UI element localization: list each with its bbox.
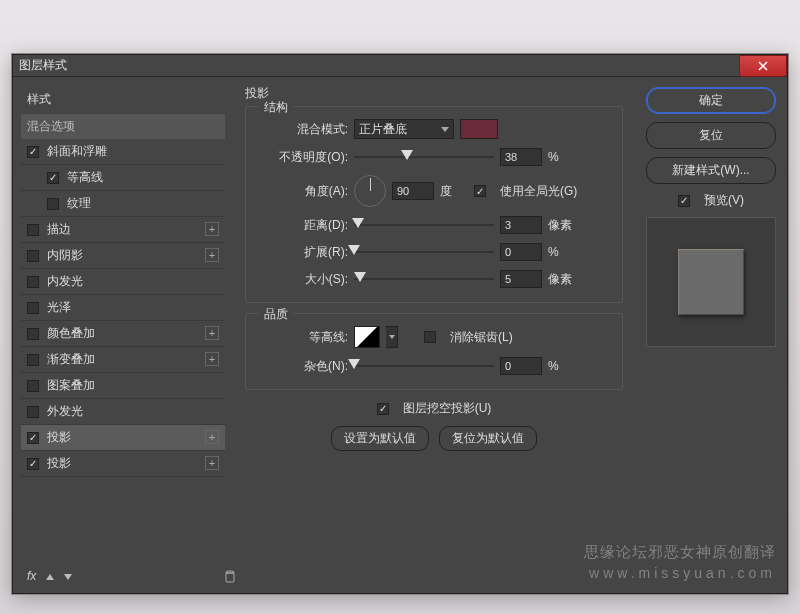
style-checkbox[interactable]	[27, 276, 39, 288]
style-checkbox[interactable]	[47, 198, 59, 210]
distance-slider[interactable]	[354, 218, 494, 232]
style-row-11[interactable]: 投影+	[21, 425, 225, 451]
section-title: 投影	[245, 85, 623, 102]
noise-input[interactable]: 0	[500, 357, 542, 375]
window-title: 图层样式	[19, 57, 67, 74]
blending-options[interactable]: 混合选项	[21, 114, 225, 139]
global-light-label: 使用全局光(G)	[500, 183, 577, 200]
quality-fieldset: 品质 等高线: 消除锯齿(L) 杂色(N): 0 %	[245, 313, 623, 390]
add-effect-icon[interactable]: +	[205, 222, 219, 236]
global-light-checkbox[interactable]	[474, 185, 486, 197]
angle-label: 角度(A):	[258, 183, 348, 200]
add-effect-icon[interactable]: +	[205, 248, 219, 262]
style-checkbox[interactable]	[27, 354, 39, 366]
close-icon	[758, 61, 768, 71]
structure-fieldset: 结构 混合模式: 正片叠底 不透明度(O): 38 % 角度(A): 90 度	[245, 106, 623, 303]
knockout-checkbox[interactable]	[377, 403, 389, 415]
style-label: 投影	[47, 455, 71, 472]
style-checkbox[interactable]	[27, 406, 39, 418]
contour-picker[interactable]	[354, 326, 380, 348]
style-row-4[interactable]: 内阴影+	[21, 243, 225, 269]
style-row-1[interactable]: 等高线	[21, 165, 225, 191]
noise-unit: %	[548, 359, 559, 373]
add-effect-icon[interactable]: +	[205, 326, 219, 340]
ok-button[interactable]: 确定	[646, 87, 776, 114]
add-effect-icon[interactable]: +	[205, 352, 219, 366]
style-row-0[interactable]: 斜面和浮雕	[21, 139, 225, 165]
style-checkbox[interactable]	[47, 172, 59, 184]
size-input[interactable]: 5	[500, 270, 542, 288]
style-checkbox[interactable]	[27, 250, 39, 262]
preview-box	[646, 217, 776, 347]
reset-default-button[interactable]: 复位为默认值	[439, 426, 537, 451]
move-up-icon[interactable]	[46, 569, 54, 583]
style-row-12[interactable]: 投影+	[21, 451, 225, 477]
preview-checkbox[interactable]	[678, 195, 690, 207]
titlebar: 图层样式	[13, 55, 787, 77]
blend-mode-label: 混合模式:	[258, 121, 348, 138]
style-row-6[interactable]: 光泽	[21, 295, 225, 321]
style-checkbox[interactable]	[27, 328, 39, 340]
style-list: 斜面和浮雕等高线纹理描边+内阴影+内发光光泽颜色叠加+渐变叠加+图案叠加外发光投…	[21, 139, 225, 477]
antialias-label: 消除锯齿(L)	[450, 329, 513, 346]
structure-legend: 结构	[258, 99, 294, 116]
style-row-8[interactable]: 渐变叠加+	[21, 347, 225, 373]
style-label: 内发光	[47, 273, 83, 290]
fx-icon[interactable]: fx	[27, 569, 36, 583]
add-effect-icon[interactable]: +	[205, 430, 219, 444]
noise-slider[interactable]	[354, 359, 494, 373]
style-checkbox[interactable]	[27, 432, 39, 444]
style-row-7[interactable]: 颜色叠加+	[21, 321, 225, 347]
spread-slider[interactable]	[354, 245, 494, 259]
angle-dial[interactable]	[354, 175, 386, 207]
trash-icon[interactable]	[223, 569, 237, 583]
style-label: 图案叠加	[47, 377, 95, 394]
style-label: 颜色叠加	[47, 325, 95, 342]
spread-unit: %	[548, 245, 559, 259]
noise-label: 杂色(N):	[258, 358, 348, 375]
shadow-color-swatch[interactable]	[460, 119, 498, 139]
style-row-9[interactable]: 图案叠加	[21, 373, 225, 399]
opacity-input[interactable]: 38	[500, 148, 542, 166]
size-slider[interactable]	[354, 272, 494, 286]
preview-label: 预览(V)	[704, 192, 744, 209]
distance-unit: 像素	[548, 217, 572, 234]
style-label: 等高线	[67, 169, 103, 186]
contour-dropdown[interactable]	[386, 326, 398, 348]
move-down-icon[interactable]	[64, 569, 72, 583]
cancel-button[interactable]: 复位	[646, 122, 776, 149]
angle-unit: 度	[440, 183, 452, 200]
style-row-10[interactable]: 外发光	[21, 399, 225, 425]
size-unit: 像素	[548, 271, 572, 288]
style-label: 外发光	[47, 403, 83, 420]
add-effect-icon[interactable]: +	[205, 456, 219, 470]
style-checkbox[interactable]	[27, 380, 39, 392]
preview-swatch	[678, 249, 744, 315]
style-checkbox[interactable]	[27, 458, 39, 470]
distance-input[interactable]: 3	[500, 216, 542, 234]
style-label: 光泽	[47, 299, 71, 316]
styles-header: 样式	[21, 87, 225, 112]
style-checkbox[interactable]	[27, 146, 39, 158]
angle-input[interactable]: 90	[392, 182, 434, 200]
spread-input[interactable]: 0	[500, 243, 542, 261]
opacity-unit: %	[548, 150, 559, 164]
spread-label: 扩展(R):	[258, 244, 348, 261]
style-checkbox[interactable]	[27, 224, 39, 236]
make-default-button[interactable]: 设置为默认值	[331, 426, 429, 451]
style-label: 渐变叠加	[47, 351, 95, 368]
style-checkbox[interactable]	[27, 302, 39, 314]
close-button[interactable]	[739, 55, 787, 77]
size-label: 大小(S):	[258, 271, 348, 288]
quality-legend: 品质	[258, 306, 294, 323]
new-style-button[interactable]: 新建样式(W)...	[646, 157, 776, 184]
style-row-5[interactable]: 内发光	[21, 269, 225, 295]
styles-panel: 样式 混合选项 斜面和浮雕等高线纹理描边+内阴影+内发光光泽颜色叠加+渐变叠加+…	[13, 77, 233, 593]
contour-label: 等高线:	[258, 329, 348, 346]
opacity-slider[interactable]	[354, 150, 494, 164]
style-row-3[interactable]: 描边+	[21, 217, 225, 243]
actions-panel: 确定 复位 新建样式(W)... 预览(V)	[635, 77, 787, 593]
antialias-checkbox[interactable]	[424, 331, 436, 343]
blend-mode-select[interactable]: 正片叠底	[354, 119, 454, 139]
style-row-2[interactable]: 纹理	[21, 191, 225, 217]
